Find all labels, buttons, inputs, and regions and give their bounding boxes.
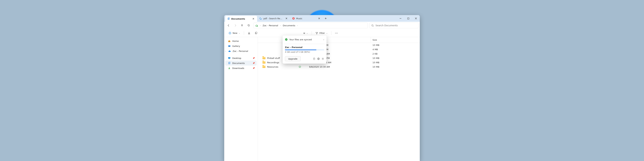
svg-rect-19 [229, 59, 230, 59]
back-button[interactable] [226, 23, 232, 28]
breadcrumb-segment[interactable]: Zac - Personal [263, 24, 278, 27]
status-icon [298, 66, 308, 68]
chevron-right-icon[interactable]: › [296, 25, 298, 26]
documents-icon [228, 62, 230, 64]
close-window-button[interactable] [412, 15, 420, 22]
titlebar: Documents pdf - Search Results in Hom Mu… [224, 15, 420, 22]
svg-point-28 [322, 58, 323, 59]
file-row[interactable]: 3/8/2021 5:16 PM4 MB [258, 47, 420, 52]
sidebar-item-onedrive[interactable]: › Zac - Personal [225, 48, 256, 54]
svg-rect-21 [229, 62, 230, 64]
copy-button[interactable] [253, 30, 259, 36]
music-icon [292, 17, 295, 20]
tab-label: Music [296, 17, 316, 20]
filter-label: Filter [320, 32, 325, 34]
sidebar-item-downloads[interactable]: Downloads 📌 [225, 66, 256, 71]
new-plus-icon [228, 32, 231, 34]
svg-point-13 [336, 33, 337, 33]
tab-search-results[interactable]: pdf - Search Results in Hom [258, 15, 290, 22]
svg-point-2 [260, 17, 262, 19]
pin-icon[interactable]: 📌 [252, 62, 255, 64]
svg-rect-4 [408, 18, 409, 19]
close-icon[interactable] [252, 17, 256, 21]
upgrade-button[interactable]: Upgrade [285, 56, 301, 61]
navbar: › Zac - Personal › Documents › Search Do… [224, 22, 420, 29]
cut-button[interactable] [246, 30, 252, 36]
folder-icon [262, 57, 266, 59]
file-size: 4 MB [371, 48, 378, 51]
tab-label: Documents [231, 17, 250, 20]
chevron-right-icon[interactable]: › [259, 25, 261, 26]
column-headers: Status Date Modified Size [258, 37, 420, 43]
chevron-right-icon[interactable]: › [323, 38, 324, 41]
search-placeholder: Search Documents [376, 24, 398, 27]
recycle-bin-icon[interactable] [313, 57, 316, 60]
spinner-icon [260, 17, 262, 20]
more-button[interactable] [334, 30, 340, 36]
gear-icon[interactable] [322, 57, 324, 60]
file-row[interactable]: 3/8/2021 3:12 PM10 MB [258, 43, 420, 47]
search-input[interactable]: Search Documents [370, 23, 418, 28]
svg-rect-26 [314, 58, 315, 60]
sidebar-item-gallery[interactable]: Gallery [225, 43, 256, 48]
new-tab-button[interactable] [323, 15, 328, 22]
sidebar-item-label: Zac - Personal [232, 50, 248, 52]
svg-point-12 [335, 33, 336, 33]
forward-button[interactable] [232, 23, 238, 28]
chevron-right-icon[interactable]: › [280, 25, 282, 26]
filter-button[interactable]: Filter ⌄ [314, 30, 330, 36]
chevron-down-icon: ⌄ [326, 32, 328, 34]
separator [312, 31, 312, 35]
flyout-account-name: Zac - Personal [285, 46, 324, 48]
folder-icon [262, 66, 266, 68]
sidebar-item-label: Documents [232, 62, 245, 64]
svg-point-17 [228, 45, 229, 46]
sidebar-item-label: Downloads [232, 67, 244, 69]
tab-documents[interactable]: Documents [225, 16, 257, 22]
storage-progress [285, 49, 324, 50]
svg-rect-15 [229, 41, 230, 42]
svg-rect-1 [228, 17, 230, 19]
close-icon[interactable] [317, 16, 321, 20]
file-row[interactable]: Resources9/8/2020 10:30 AM10 MB [258, 65, 420, 69]
column-size[interactable]: Size [371, 37, 420, 43]
tab-music[interactable]: Music [290, 15, 323, 22]
pin-icon[interactable]: 📌 [252, 67, 255, 69]
sidebar-item-documents[interactable]: Documents 📌 [225, 61, 256, 66]
sidebar-item-desktop[interactable]: Desktop 📌 [225, 56, 256, 61]
separator [244, 31, 244, 35]
file-name: Pinball stuff [267, 57, 280, 59]
sync-status-flyout: Your files are synced › Zac - Personal 4… [282, 35, 326, 64]
window-controls [397, 15, 420, 22]
file-explorer-window: Documents pdf - Search Results in Hom Mu… [224, 15, 420, 161]
synced-check-icon [285, 38, 288, 41]
chevron-right-icon[interactable]: › [225, 50, 226, 52]
onedrive-icon [228, 50, 231, 52]
sidebar-item-home[interactable]: Home [225, 38, 256, 43]
breadcrumb-segment[interactable]: Documents [283, 24, 295, 27]
minimize-button[interactable] [397, 15, 404, 22]
view-button[interactable]: w ⌄ [303, 30, 310, 36]
home-icon [228, 40, 230, 42]
gallery-icon [228, 45, 230, 47]
folder-icon [262, 61, 266, 64]
file-size: 10 MB [371, 57, 379, 59]
svg-point-6 [372, 25, 373, 26]
close-icon[interactable] [284, 16, 288, 20]
new-button[interactable]: New ⌄ [227, 30, 242, 36]
file-date: 9/8/2020 10:30 AM [308, 66, 371, 68]
file-name: Resources [267, 66, 278, 68]
view-label: w [304, 32, 305, 34]
maximize-button[interactable] [404, 15, 412, 22]
new-label: New [232, 32, 237, 34]
globe-icon[interactable] [317, 57, 320, 60]
desktop-icon [228, 57, 230, 59]
file-row[interactable]: 3/7/2021 11:21 AM2 KB [258, 52, 420, 56]
address-bar[interactable]: › Zac - Personal › Documents › [254, 23, 368, 28]
pin-icon[interactable]: 📌 [252, 57, 255, 59]
up-button[interactable] [239, 23, 245, 28]
file-row[interactable]: Recordings1/20/2021 10:54 AM10 MB [258, 60, 420, 65]
file-size: 2 KB [371, 53, 378, 55]
file-row[interactable]: Pinball stuff2/27/2021 5:45 PM10 MB [258, 56, 420, 60]
refresh-button[interactable] [246, 23, 252, 28]
